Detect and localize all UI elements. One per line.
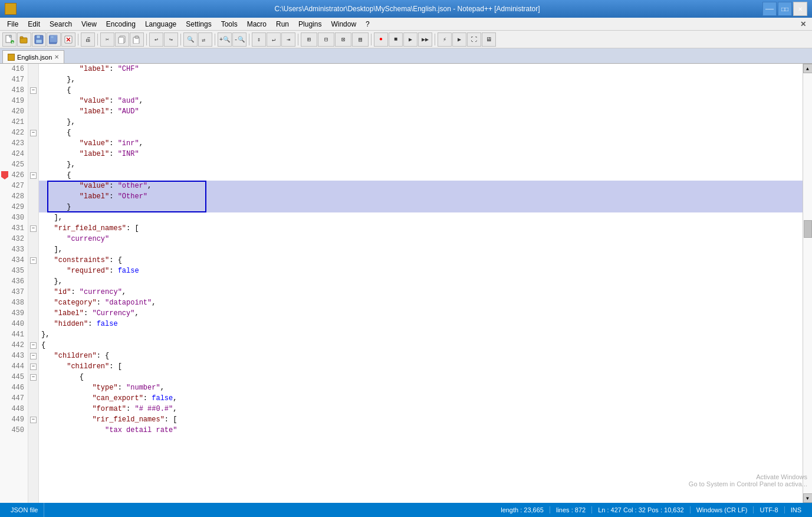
fold-cell[interactable]: − bbox=[28, 223, 38, 234]
fold-minus-icon[interactable]: − bbox=[30, 225, 37, 232]
fold-minus-icon[interactable]: − bbox=[30, 130, 37, 136]
close-tab-button[interactable] bbox=[61, 32, 75, 47]
macro-play-button[interactable]: ▶ bbox=[403, 32, 417, 47]
paste-button[interactable] bbox=[130, 32, 144, 47]
code-line[interactable]: "label": "CHF" bbox=[39, 64, 803, 74]
print-button[interactable]: 🖨 bbox=[81, 32, 95, 47]
menu-help[interactable]: ? bbox=[361, 19, 374, 30]
code-line[interactable]: "currency" bbox=[39, 234, 803, 244]
code-line[interactable]: "label": "INR" bbox=[39, 149, 803, 159]
code-line[interactable]: "tax detail rate" bbox=[39, 425, 803, 436]
save-button[interactable] bbox=[32, 32, 46, 47]
fold-cell[interactable]: − bbox=[28, 351, 38, 361]
find-button[interactable]: 🔍 bbox=[183, 32, 198, 47]
code-line[interactable]: "rir_field_names": [ bbox=[39, 414, 803, 425]
fold-cell[interactable]: − bbox=[28, 127, 38, 138]
fold-minus-icon[interactable]: − bbox=[30, 342, 37, 349]
code-line[interactable]: "category": "datapoint", bbox=[39, 297, 803, 308]
open-button[interactable] bbox=[17, 32, 31, 47]
code-line[interactable]: "label": "Currency", bbox=[39, 308, 803, 319]
run-script-button[interactable]: ⚡ bbox=[438, 32, 452, 47]
indent-button[interactable]: ⇥ bbox=[281, 32, 295, 47]
code-line[interactable]: "label": "Other" bbox=[39, 191, 803, 202]
code-line[interactable]: }, bbox=[39, 329, 803, 340]
code-line[interactable]: "label": "AUD" bbox=[39, 106, 803, 117]
run-button2[interactable]: ▶ bbox=[452, 32, 466, 47]
zoom-out-button[interactable]: -🔍 bbox=[232, 32, 246, 47]
code-line[interactable]: "children": [ bbox=[39, 361, 803, 372]
macro-run-button[interactable]: ▶▶ bbox=[418, 32, 432, 47]
code-line[interactable]: "children": { bbox=[39, 351, 803, 361]
scroll-down-button[interactable]: ▼ bbox=[803, 493, 813, 503]
scrollbar-thumb[interactable] bbox=[804, 220, 812, 238]
code-line[interactable]: "value": "inr", bbox=[39, 138, 803, 149]
fold-minus-icon[interactable]: − bbox=[30, 87, 37, 94]
close-button[interactable]: ✕ bbox=[793, 2, 807, 16]
scroll-up-button[interactable]: ▲ bbox=[803, 64, 813, 73]
code-line[interactable]: ], bbox=[39, 244, 803, 255]
scrollbar-track[interactable] bbox=[803, 73, 812, 493]
macro-stop-button[interactable]: ■ bbox=[389, 32, 403, 47]
code-line[interactable]: "required": false bbox=[39, 266, 803, 276]
redo-button[interactable]: ↪ bbox=[164, 32, 178, 47]
menu-settings[interactable]: Settings bbox=[181, 19, 216, 30]
view-tab-button[interactable]: ⊠ bbox=[335, 32, 351, 47]
menu-close-btn[interactable]: ✕ bbox=[797, 19, 810, 30]
code-line[interactable]: "format": "# ##0.#", bbox=[39, 404, 803, 414]
save-all-button[interactable] bbox=[47, 32, 61, 47]
code-line[interactable]: "hidden": false bbox=[39, 319, 803, 329]
code-line[interactable]: "value": "other", bbox=[39, 181, 803, 191]
menu-search[interactable]: Search bbox=[45, 19, 77, 30]
word-wrap-button[interactable]: ↵ bbox=[267, 32, 281, 47]
tab-english-json[interactable]: English.json ✕ bbox=[2, 50, 64, 63]
code-line[interactable]: }, bbox=[39, 117, 803, 127]
vertical-scrollbar[interactable]: ▲ ▼ bbox=[803, 64, 812, 503]
fold-cell[interactable]: − bbox=[28, 361, 38, 372]
menu-edit[interactable]: Edit bbox=[23, 19, 45, 30]
fold-cell[interactable]: − bbox=[28, 340, 38, 351]
code-line[interactable]: } bbox=[39, 202, 803, 212]
menu-window[interactable]: Window bbox=[326, 19, 361, 30]
view-btn2[interactable]: ▤ bbox=[352, 32, 369, 47]
code-line[interactable]: { bbox=[39, 85, 803, 96]
code-area[interactable]: "label": "CHF" }, { "value": "aud", "lab… bbox=[39, 64, 803, 503]
fold-minus-icon[interactable]: − bbox=[30, 353, 37, 359]
minimize-button[interactable]: ─ bbox=[762, 2, 777, 16]
code-line[interactable]: }, bbox=[39, 276, 803, 287]
code-line[interactable]: { bbox=[39, 372, 803, 382]
zoom-in-button[interactable]: +🔍 bbox=[218, 32, 232, 47]
fullscreen-button[interactable]: ⛶ bbox=[467, 32, 481, 47]
monitor-button[interactable]: 🖥 bbox=[482, 32, 496, 47]
view-layout-button[interactable]: ⊞ bbox=[301, 32, 317, 47]
menu-tools[interactable]: Tools bbox=[216, 19, 242, 30]
fold-minus-icon[interactable]: − bbox=[30, 417, 37, 423]
code-line[interactable]: ], bbox=[39, 212, 803, 223]
code-line[interactable]: "id": "currency", bbox=[39, 287, 803, 297]
code-line[interactable]: { bbox=[39, 170, 803, 181]
cut-button[interactable]: ✂ bbox=[100, 32, 114, 47]
code-line[interactable]: "type": "number", bbox=[39, 382, 803, 393]
replace-button[interactable]: ⇄ bbox=[198, 32, 212, 47]
fold-cell[interactable]: − bbox=[28, 372, 38, 382]
copy-button[interactable] bbox=[115, 32, 129, 47]
code-line[interactable]: }, bbox=[39, 159, 803, 170]
fold-minus-icon[interactable]: − bbox=[30, 172, 37, 179]
menu-plugins[interactable]: Plugins bbox=[294, 19, 326, 30]
code-line[interactable]: { bbox=[39, 340, 803, 351]
fold-cell[interactable]: − bbox=[28, 255, 38, 266]
fold-cell[interactable]: − bbox=[28, 414, 38, 425]
new-button[interactable]: + bbox=[2, 32, 17, 47]
code-line[interactable]: }, bbox=[39, 74, 803, 85]
fold-cell[interactable]: − bbox=[28, 85, 38, 96]
tab-close-button[interactable]: ✕ bbox=[54, 54, 59, 60]
sync-scroll-button[interactable]: ⇕ bbox=[252, 32, 266, 47]
menu-language[interactable]: Language bbox=[140, 19, 181, 30]
fold-minus-icon[interactable]: − bbox=[30, 374, 37, 381]
code-line[interactable]: "value": "aud", bbox=[39, 96, 803, 106]
menu-encoding[interactable]: Encoding bbox=[101, 19, 140, 30]
menu-file[interactable]: File bbox=[2, 19, 23, 30]
fold-cell[interactable]: − bbox=[28, 170, 38, 181]
view-side-button[interactable]: ⊟ bbox=[318, 32, 334, 47]
menu-macro[interactable]: Macro bbox=[242, 19, 271, 30]
menu-view[interactable]: View bbox=[77, 19, 101, 30]
